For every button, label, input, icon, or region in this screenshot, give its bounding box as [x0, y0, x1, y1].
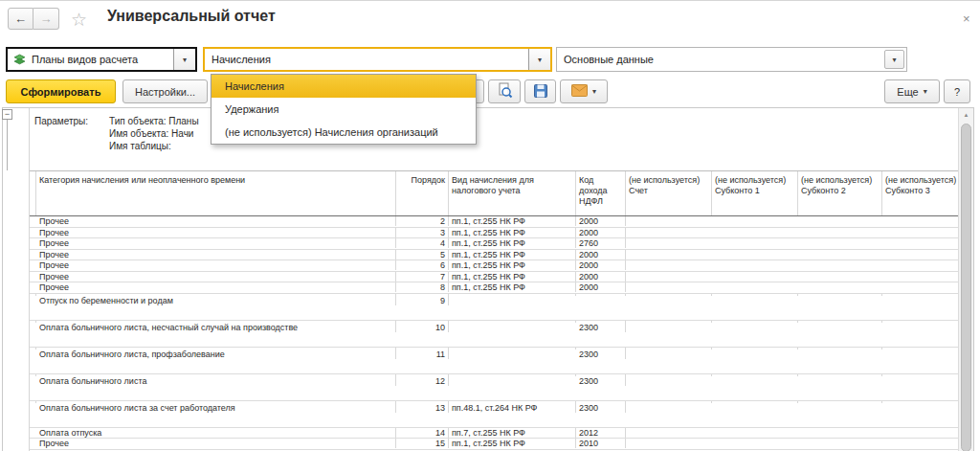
- table-cell[interactable]: 2000: [576, 250, 626, 259]
- table-cell[interactable]: [798, 348, 882, 350]
- table-cell[interactable]: пп.48.1, ст.264 НК РФ: [449, 401, 576, 413]
- table-cell[interactable]: пп.1, ст.255 НК РФ: [449, 272, 576, 282]
- table-row[interactable]: Прочее15пп.1, ст.255 НК РФ2010: [30, 439, 958, 450]
- table-cell[interactable]: [712, 374, 798, 376]
- table-cell[interactable]: Отпуск по беременности и родам: [36, 294, 396, 305]
- table-cell[interactable]: Оплата больничного листа, профзаболевани…: [36, 348, 396, 359]
- table-cell[interactable]: [626, 348, 712, 350]
- object-combobox[interactable]: Начисления ▾: [203, 47, 552, 72]
- table-cell[interactable]: Оплата больничного листа, несчастный слу…: [36, 321, 396, 332]
- table-cell[interactable]: [798, 401, 882, 403]
- table-row[interactable]: Прочее6пп.1, ст.255 НК РФ2000: [30, 260, 958, 272]
- table-cell[interactable]: пп.7, ст.255 НК РФ: [449, 428, 576, 438]
- close-icon[interactable]: ×: [963, 11, 970, 26]
- table-cell[interactable]: Оплата больничного листа за счет работод…: [36, 401, 396, 413]
- table-cell[interactable]: [626, 321, 712, 323]
- table-cell[interactable]: [449, 348, 576, 350]
- object-type-dropdown-button[interactable]: ▾: [173, 49, 195, 70]
- table-cell[interactable]: [712, 294, 798, 296]
- table-cell[interactable]: [712, 401, 798, 403]
- table-cell[interactable]: пп.1, ст.255 НК РФ: [449, 260, 576, 270]
- table-row[interactable]: Прочее8пп.1, ст.255 НК РФ2000: [30, 282, 958, 294]
- table-cell[interactable]: [712, 321, 798, 323]
- table-cell[interactable]: 12: [396, 374, 449, 386]
- row-gutter-cell[interactable]: [30, 294, 36, 296]
- table-row[interactable]: Прочее5пп.1, ст.255 НК РФ2000: [30, 250, 958, 261]
- table-cell[interactable]: 5: [396, 250, 449, 259]
- table-cell[interactable]: [449, 294, 576, 296]
- table-cell[interactable]: [798, 374, 882, 376]
- table-cell[interactable]: [626, 374, 712, 376]
- table-row[interactable]: Оплата больничного листа122300: [30, 374, 958, 401]
- table-cell[interactable]: 2000: [576, 282, 626, 292]
- table-cell[interactable]: [798, 294, 882, 296]
- table-cell[interactable]: пп.1, ст.255 НК РФ: [449, 282, 576, 292]
- table-cell[interactable]: 2000: [576, 216, 626, 226]
- table-cell[interactable]: 8: [396, 282, 449, 292]
- mail-button[interactable]: ▾: [560, 79, 608, 103]
- table-cell[interactable]: [882, 401, 958, 403]
- dropdown-item[interactable]: (не используется) Начисления организаций: [212, 121, 476, 144]
- table-cell[interactable]: 3: [396, 228, 449, 237]
- table-cell[interactable]: 14: [396, 428, 449, 438]
- table-cell[interactable]: пп.1, ст.255 НК РФ: [449, 216, 576, 226]
- table-cell[interactable]: Прочее: [36, 216, 396, 226]
- generate-button[interactable]: Сформировать: [6, 79, 116, 103]
- table-cell[interactable]: [798, 321, 882, 323]
- row-gutter-cell[interactable]: [30, 321, 36, 323]
- dropdown-item[interactable]: Удержания: [212, 98, 476, 121]
- row-gutter-cell[interactable]: [30, 374, 36, 376]
- table-cell[interactable]: [882, 321, 958, 323]
- table-cell[interactable]: [882, 294, 958, 296]
- scrollbar-thumb[interactable]: [961, 124, 971, 451]
- data-composition-dropdown-button[interactable]: ▾: [884, 50, 904, 69]
- help-button[interactable]: ?: [944, 79, 970, 103]
- table-cell[interactable]: 11: [396, 348, 449, 359]
- table-row[interactable]: Оплата больничного листа, профзаболевани…: [30, 348, 958, 374]
- table-cell[interactable]: пп.1, ст.255 НК РФ: [449, 228, 576, 237]
- table-row[interactable]: Оплата больничного листа за счет работод…: [30, 401, 958, 428]
- row-gutter-cell[interactable]: [30, 401, 36, 403]
- group-collapse-button[interactable]: −: [2, 109, 12, 120]
- row-gutter-cell[interactable]: [30, 348, 36, 350]
- save-button[interactable]: [524, 79, 556, 103]
- table-cell[interactable]: пп.1, ст.255 НК РФ: [449, 250, 576, 259]
- table-cell[interactable]: [576, 294, 626, 296]
- table-cell[interactable]: Прочее: [36, 272, 396, 282]
- favorite-star-icon[interactable]: ☆: [71, 9, 87, 31]
- print-preview-button[interactable]: [488, 79, 521, 103]
- table-row[interactable]: Оплата отпуска14пп.7, ст.255 НК РФ2012: [30, 428, 958, 440]
- table-cell[interactable]: [882, 374, 958, 376]
- table-cell[interactable]: [626, 294, 712, 296]
- table-row[interactable]: Прочее3пп.1, ст.255 НК РФ2000: [30, 228, 958, 239]
- table-cell[interactable]: Прочее: [36, 238, 396, 248]
- back-button[interactable]: ←: [8, 8, 33, 30]
- forward-button[interactable]: →: [33, 8, 59, 30]
- table-cell[interactable]: 13: [396, 401, 449, 413]
- table-cell[interactable]: 2000: [576, 260, 626, 270]
- table-cell[interactable]: [449, 321, 576, 323]
- table-cell[interactable]: 2000: [576, 272, 626, 282]
- table-cell[interactable]: пп.1, ст.255 НК РФ: [449, 238, 576, 248]
- table-cell[interactable]: 2012: [576, 428, 626, 438]
- table-cell[interactable]: [712, 348, 798, 350]
- scroll-up-icon[interactable]: ▲: [959, 108, 973, 122]
- table-row[interactable]: Прочее2пп.1, ст.255 НК РФ2000: [30, 216, 958, 228]
- table-cell[interactable]: 2300: [576, 348, 626, 359]
- table-cell[interactable]: 2300: [576, 401, 626, 413]
- table-cell[interactable]: [626, 401, 712, 403]
- table-cell[interactable]: Прочее: [36, 250, 396, 259]
- table-cell[interactable]: 15: [396, 439, 449, 448]
- settings-button[interactable]: Настройки...: [122, 79, 208, 103]
- table-cell[interactable]: 2300: [576, 321, 626, 332]
- more-button[interactable]: Еще ▾: [884, 79, 940, 103]
- dropdown-item[interactable]: Начисления: [212, 75, 476, 98]
- table-cell[interactable]: 2: [396, 216, 449, 226]
- table-cell[interactable]: 2760: [576, 238, 626, 248]
- table-cell[interactable]: [449, 374, 576, 376]
- table-cell[interactable]: 4: [396, 238, 449, 248]
- table-row[interactable]: Оплата больничного листа, несчастный слу…: [30, 321, 958, 348]
- table-cell[interactable]: [882, 348, 958, 350]
- table-cell[interactable]: Оплата больничного листа: [36, 374, 396, 386]
- table-cell[interactable]: Прочее: [36, 439, 396, 448]
